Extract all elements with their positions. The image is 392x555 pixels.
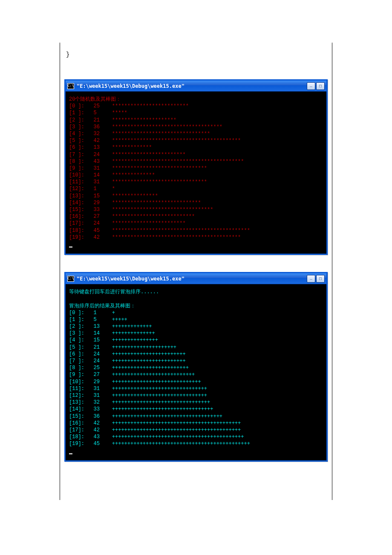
data-row: [17]: 42 +++++++++++++++++++++++++++++++… <box>69 427 323 434</box>
maximize-button[interactable] <box>316 275 325 283</box>
after-header: 冒泡排序后的结果及其棒图： <box>69 303 323 309</box>
window-control-buttons <box>307 82 325 90</box>
data-row: [14]: 29 ***************************** <box>69 199 323 206</box>
wait-message: 等待键盘打回车后进行冒泡排序...... <box>69 289 323 295</box>
data-row: [19]: 45 +++++++++++++++++++++++++++++++… <box>69 440 323 447</box>
data-row: [2 ]: 13 +++++++++++++ <box>69 323 323 330</box>
data-row: [13]: 15 *************** <box>69 193 323 199</box>
blank-line <box>69 295 323 302</box>
data-row: [16]: 42 +++++++++++++++++++++++++++++++… <box>69 420 323 427</box>
data-row: [6 ]: 13 ************* <box>69 144 323 151</box>
data-row: [11]: 31 ******************************* <box>69 179 323 185</box>
titlebar[interactable]: C:\ "E:\week15\week15\Debug\week15.exe" <box>66 273 326 284</box>
data-row: [12]: 1 * <box>69 185 323 192</box>
console-output-before: 20个随机数及其棒图： [0 ]: 25 *******************… <box>66 92 326 254</box>
before-header: 20个随机数及其棒图： <box>69 96 323 103</box>
data-row: [15]: 36 +++++++++++++++++++++++++++++++… <box>69 413 323 420</box>
cmd-icon: C:\ <box>67 83 74 89</box>
minimize-button[interactable] <box>307 275 315 283</box>
window-title: "E:\week15\week15\Debug\week15.exe" <box>77 83 307 89</box>
data-row: [8 ]: 25 +++++++++++++++++++++++++ <box>69 364 323 371</box>
data-row: [10]: 14 ************** <box>69 172 323 179</box>
titlebar[interactable]: C:\ "E:\week15\week15\Debug\week15.exe" <box>66 81 326 92</box>
data-row: [5 ]: 21 +++++++++++++++++++++ <box>69 344 323 351</box>
data-row: [13]: 32 +++++++++++++++++++++++++++++++… <box>69 399 323 406</box>
document-page: } C:\ "E:\week15\week15\Debug\week15.exe… <box>60 43 332 500</box>
window-control-buttons <box>307 275 325 283</box>
data-row: [1 ]: 5 +++++ <box>69 316 323 323</box>
data-row: [11]: 31 +++++++++++++++++++++++++++++++ <box>69 385 323 392</box>
data-row: [15]: 33 *******************************… <box>69 206 323 213</box>
data-row: [9 ]: 27 +++++++++++++++++++++++++++ <box>69 371 323 378</box>
data-row: [5 ]: 42 *******************************… <box>69 137 323 144</box>
data-row: [18]: 45 *******************************… <box>69 227 323 234</box>
text-cursor <box>69 246 72 248</box>
data-row: [6 ]: 24 ++++++++++++++++++++++++ <box>69 351 323 358</box>
console-output-after: 等待键盘打回车后进行冒泡排序...... 冒泡排序后的结果及其棒图： [0 ]:… <box>66 284 326 460</box>
data-row: [0 ]: 25 ************************* <box>69 103 323 110</box>
data-row: [7 ]: 24 ++++++++++++++++++++++++ <box>69 358 323 364</box>
data-row: [8 ]: 43 *******************************… <box>69 158 323 165</box>
data-row: [12]: 31 +++++++++++++++++++++++++++++++ <box>69 392 323 399</box>
data-row: [3 ]: 36 *******************************… <box>69 124 323 130</box>
data-row: [17]: 24 ************************ <box>69 220 323 227</box>
code-fragment: } <box>64 51 328 58</box>
text-cursor <box>69 453 72 454</box>
window-title: "E:\week15\week15\Debug\week15.exe" <box>77 276 307 282</box>
data-row: [19]: 42 *******************************… <box>69 234 323 241</box>
data-row: [9 ]: 31 ******************************* <box>69 165 323 172</box>
maximize-button[interactable] <box>316 82 325 90</box>
data-row: [2 ]: 21 ********************* <box>69 117 323 124</box>
data-row: [14]: 33 +++++++++++++++++++++++++++++++… <box>69 406 323 413</box>
data-row: [18]: 43 +++++++++++++++++++++++++++++++… <box>69 434 323 440</box>
data-row: [0 ]: 1 + <box>69 309 323 316</box>
data-row: [4 ]: 32 *******************************… <box>69 130 323 137</box>
data-row: [1 ]: 5 ***** <box>69 110 323 116</box>
data-row: [4 ]: 15 +++++++++++++++ <box>69 337 323 344</box>
data-row: [10]: 29 +++++++++++++++++++++++++++++ <box>69 379 323 385</box>
data-row: [7 ]: 24 ************************ <box>69 151 323 158</box>
cmd-icon: C:\ <box>67 276 74 282</box>
console-window-before: C:\ "E:\week15\week15\Debug\week15.exe" … <box>64 79 328 255</box>
data-row: [3 ]: 14 ++++++++++++++ <box>69 330 323 337</box>
data-row: [16]: 27 *************************** <box>69 213 323 220</box>
minimize-button[interactable] <box>307 82 315 90</box>
console-window-after: C:\ "E:\week15\week15\Debug\week15.exe" … <box>64 272 328 462</box>
